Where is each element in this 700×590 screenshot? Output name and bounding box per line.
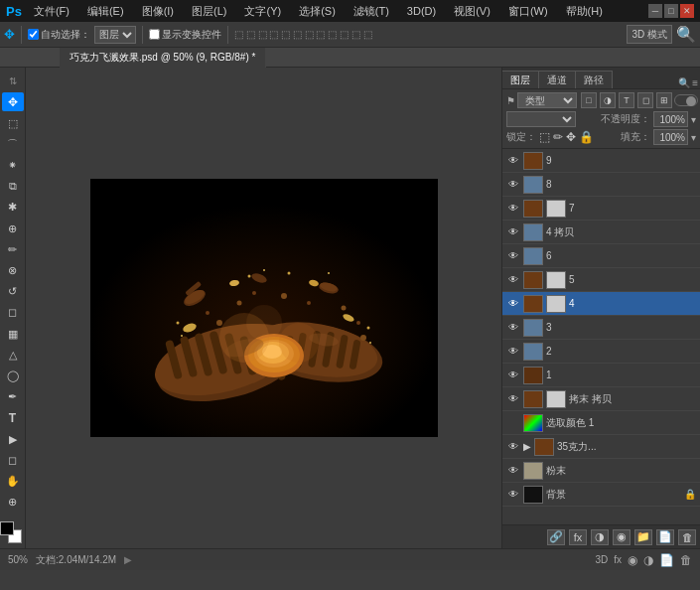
menu-image[interactable]: 图像(I) bbox=[136, 3, 180, 20]
delete-layer-btn[interactable]: 🗑 bbox=[678, 529, 696, 545]
visibility-icon[interactable]: 👁 bbox=[506, 369, 520, 382]
layer-item[interactable]: 👁 8 bbox=[502, 173, 700, 197]
new-group-btn[interactable]: 📁 bbox=[634, 529, 652, 545]
menu-view[interactable]: 视图(V) bbox=[448, 3, 496, 20]
lock-transparent-btn[interactable]: ⬚ bbox=[539, 130, 550, 144]
gradient-tool[interactable]: ▦ bbox=[2, 324, 24, 343]
clone-tool[interactable]: ⊗ bbox=[2, 261, 24, 280]
auto-select-checkbox[interactable] bbox=[28, 29, 39, 40]
layer-item[interactable]: 👁 粉末 bbox=[502, 459, 700, 483]
opacity-input[interactable]: 100% bbox=[653, 111, 688, 127]
lock-position-btn[interactable]: ✥ bbox=[566, 130, 576, 144]
group-expand-icon[interactable]: ▶ bbox=[523, 441, 531, 452]
search-icon[interactable]: 🔍 bbox=[676, 25, 696, 44]
pixel-filter-btn[interactable]: □ bbox=[581, 92, 597, 108]
new-adjustment-btn[interactable]: ◉ bbox=[613, 529, 630, 545]
visibility-icon[interactable]: 👁 bbox=[506, 321, 520, 335]
visibility-icon[interactable]: 👁 bbox=[506, 154, 520, 168]
document-tab[interactable]: 巧克力飞溅效果.psd @ 50% (9, RGB/8#) * bbox=[60, 48, 266, 68]
zoom-tool[interactable]: ⊕ bbox=[2, 493, 24, 512]
close-button[interactable]: ✕ bbox=[680, 4, 694, 18]
menu-select[interactable]: 选择(S) bbox=[293, 3, 342, 20]
color-swatches[interactable] bbox=[0, 521, 26, 544]
layer-item[interactable]: 👁 4 拷贝 bbox=[502, 221, 700, 244]
hand-tool[interactable]: ✋ bbox=[2, 472, 24, 491]
visibility-icon[interactable]: 👁 bbox=[506, 273, 520, 287]
mask-status-btn[interactable]: ◑ bbox=[643, 553, 653, 567]
add-mask-btn[interactable]: ◑ bbox=[591, 529, 609, 545]
layer-item[interactable]: 👁 7 bbox=[502, 197, 700, 221]
new-layer-status-btn[interactable]: 📄 bbox=[659, 553, 674, 567]
maximize-button[interactable]: □ bbox=[664, 4, 678, 18]
visibility-icon[interactable]: 👁 bbox=[506, 178, 520, 192]
3d-button[interactable]: 3D 模式 bbox=[627, 25, 672, 44]
menu-filter[interactable]: 滤镜(T) bbox=[348, 3, 395, 20]
minimize-button[interactable]: ─ bbox=[648, 4, 662, 18]
menu-edit[interactable]: 编辑(E) bbox=[81, 3, 130, 20]
quick-select-tool[interactable]: ⁕ bbox=[2, 156, 24, 175]
tab-paths[interactable]: 路径 bbox=[576, 71, 613, 88]
layer-item[interactable]: 👁 9 bbox=[502, 149, 700, 173]
menu-file[interactable]: 文件(F) bbox=[28, 3, 75, 20]
show-transform-checkbox[interactable] bbox=[149, 29, 160, 40]
visibility-icon[interactable]: 👁 bbox=[506, 488, 520, 502]
auto-select-dropdown[interactable]: 图层 bbox=[94, 26, 136, 44]
blend-mode-select[interactable]: 正常 bbox=[506, 111, 576, 127]
pen-tool[interactable]: ✒ bbox=[2, 387, 24, 406]
blur-tool[interactable]: △ bbox=[2, 346, 24, 365]
crop-tool[interactable]: ⧉ bbox=[2, 177, 24, 196]
visibility-icon[interactable]: 👁 bbox=[506, 440, 520, 454]
adjustment-status-btn[interactable]: ◉ bbox=[628, 553, 637, 567]
layer-item[interactable]: 👁 2 bbox=[502, 340, 700, 364]
layer-item[interactable]: 👁 选取颜色 1 bbox=[502, 411, 700, 435]
lock-pixels-btn[interactable]: ✏ bbox=[553, 130, 563, 144]
healing-tool[interactable]: ⊕ bbox=[2, 219, 24, 237]
menu-window[interactable]: 窗口(W) bbox=[502, 3, 554, 20]
visibility-icon[interactable]: 👁 bbox=[506, 297, 520, 311]
layer-item[interactable]: 👁 拷末 拷贝 bbox=[502, 387, 700, 411]
menu-3d[interactable]: 3D(D) bbox=[401, 4, 442, 18]
text-tool[interactable]: T bbox=[2, 408, 24, 427]
panel-menu-icon[interactable]: ≡ bbox=[692, 77, 698, 88]
trash-status-btn[interactable]: 🗑 bbox=[680, 553, 692, 567]
layer-item[interactable]: 👁 5 bbox=[502, 268, 700, 292]
add-style-btn[interactable]: fx bbox=[569, 529, 587, 545]
shape-tool[interactable]: ◻ bbox=[2, 451, 24, 470]
visibility-icon[interactable]: 👁 bbox=[506, 392, 520, 406]
foreground-color-swatch[interactable] bbox=[0, 521, 14, 535]
brush-tool[interactable]: ✏ bbox=[2, 240, 24, 259]
menu-help[interactable]: 帮助(H) bbox=[560, 3, 609, 20]
eraser-tool[interactable]: ◻ bbox=[2, 303, 24, 322]
fx-status-btn[interactable]: fx bbox=[614, 554, 622, 565]
layer-item[interactable]: 👁 6 bbox=[502, 244, 700, 268]
new-layer-btn[interactable]: 📄 bbox=[656, 529, 674, 545]
link-layers-btn[interactable]: 🔗 bbox=[547, 529, 565, 545]
smart-filter-btn[interactable]: ⊞ bbox=[656, 92, 672, 108]
layer-item[interactable]: 👁 1 bbox=[502, 364, 700, 387]
lock-all-btn[interactable]: 🔒 bbox=[579, 130, 594, 144]
layer-item[interactable]: 👁 ▶ 35克力... bbox=[502, 435, 700, 459]
layer-item-selected[interactable]: 👁 4 bbox=[502, 292, 700, 316]
lasso-tool[interactable]: ⌒ bbox=[2, 135, 24, 154]
panel-search-icon[interactable]: 🔍 bbox=[678, 77, 690, 88]
move-tool[interactable]: ✥ bbox=[2, 92, 24, 111]
visibility-icon[interactable]: 👁 bbox=[506, 225, 520, 239]
shape-filter-btn[interactable]: ◻ bbox=[637, 92, 653, 108]
visibility-icon[interactable]: 👁 bbox=[506, 416, 520, 430]
menu-type[interactable]: 文字(Y) bbox=[238, 3, 287, 20]
adj-filter-btn[interactable]: ◑ bbox=[600, 92, 616, 108]
filter-type-select[interactable]: 类型 bbox=[517, 92, 577, 108]
filter-switch[interactable] bbox=[674, 94, 698, 106]
arrow-icon[interactable]: ▶ bbox=[124, 554, 132, 565]
visibility-icon[interactable]: 👁 bbox=[506, 464, 520, 478]
dodge-tool[interactable]: ◯ bbox=[2, 367, 24, 385]
fill-input[interactable] bbox=[653, 129, 688, 145]
visibility-icon[interactable]: 👁 bbox=[506, 345, 520, 359]
path-select-tool[interactable]: ▶ bbox=[2, 429, 24, 448]
layer-item[interactable]: 👁 3 bbox=[502, 316, 700, 340]
menu-layer[interactable]: 图层(L) bbox=[186, 3, 232, 20]
type-filter-btn[interactable]: T bbox=[619, 92, 634, 108]
history-brush-tool[interactable]: ↺ bbox=[2, 282, 24, 301]
visibility-icon[interactable]: 👁 bbox=[506, 202, 520, 216]
marquee-tool[interactable]: ⬚ bbox=[2, 113, 24, 132]
